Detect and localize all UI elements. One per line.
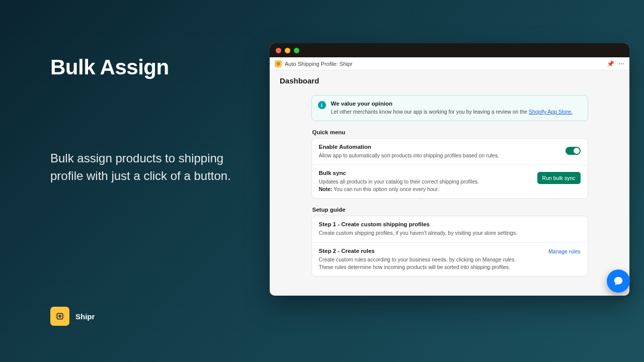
bulksync-sub-text: Updates all products in your catalog to … (319, 178, 479, 185)
brand-name: Shipr (75, 312, 95, 321)
more-icon[interactable]: ⋯ (618, 60, 624, 67)
window-zoom-icon[interactable] (294, 48, 299, 53)
svg-point-1 (59, 315, 61, 317)
bulk-sync-row: Bulk sync Updates all products in your c… (312, 165, 588, 198)
banner-body-text: Let other merchants know how our app is … (331, 109, 529, 115)
app-title: Auto Shipping Profile: Shipr (285, 61, 353, 67)
manage-rules-link[interactable]: Manage rules (548, 248, 581, 254)
page-title: Dashboard (270, 70, 629, 88)
window-titlebar (270, 43, 629, 57)
banner-body: Let other merchants know how our app is … (331, 108, 573, 116)
app-bar: ⚙ Auto Shipping Profile: Shipr 📌 ⋯ (270, 57, 629, 70)
setup-guide-label: Setup guide (312, 207, 588, 213)
bulksync-title: Bulk sync (319, 170, 529, 176)
info-icon: i (318, 101, 326, 109)
automation-sub: Allow app to automatically sort products… (319, 152, 557, 159)
pin-icon[interactable]: 📌 (607, 60, 614, 67)
chat-icon (613, 276, 624, 287)
enable-automation-row: Enable Automation Allow app to automatic… (312, 139, 588, 165)
step2-sub-b: . (514, 256, 516, 262)
setup-guide-card: Step 1 - Create custom shipping profiles… (311, 216, 588, 277)
app-store-link[interactable]: Shopify App Store. (529, 109, 573, 115)
brand-block: Shipr (50, 307, 95, 326)
automation-title: Enable Automation (319, 144, 557, 150)
app-window: ⚙ Auto Shipping Profile: Shipr 📌 ⋯ Dashb… (270, 43, 629, 296)
setup-step-2: Step 2 - Create rules Create custom rule… (312, 243, 588, 276)
step1-title: Step 1 - Create custom shipping profiles (319, 221, 581, 227)
app-icon: ⚙ (275, 60, 282, 67)
banner-title: We value your opinion (331, 101, 573, 107)
automation-toggle[interactable] (566, 147, 581, 155)
opinion-banner: i We value your opinion Let other mercha… (311, 95, 588, 121)
quick-menu-label: Quick menu (312, 129, 588, 135)
step1-sub: Create custom shipping profiles, if you … (319, 229, 581, 237)
step2-sub-em: Manage rules (482, 256, 515, 262)
bulksync-note-label: Note: (319, 186, 333, 192)
shipr-logo-icon (50, 307, 69, 326)
chat-fab[interactable] (607, 269, 630, 293)
step2-title: Step 2 - Create rules (319, 248, 540, 254)
promo-subheading: Bulk assign products to shipping profile… (50, 150, 242, 185)
run-bulk-sync-button[interactable]: Run bulk sync (537, 172, 581, 184)
window-minimize-icon[interactable] (285, 48, 290, 53)
bulksync-note-text: You can run this option only once every … (332, 186, 439, 192)
step2-sub: Create custom rules according to your bu… (319, 256, 540, 271)
promo-heading: Bulk Assign (50, 55, 242, 79)
bulksync-sub: Updates all products in your catalog to … (319, 178, 529, 193)
step2-sub-a: Create custom rules according to your bu… (319, 256, 482, 262)
step2-sub2: These rules determine how incoming produ… (319, 264, 511, 270)
setup-step-1: Step 1 - Create custom shipping profiles… (312, 216, 588, 242)
window-close-icon[interactable] (276, 48, 281, 53)
quick-menu-card: Enable Automation Allow app to automatic… (311, 138, 588, 199)
